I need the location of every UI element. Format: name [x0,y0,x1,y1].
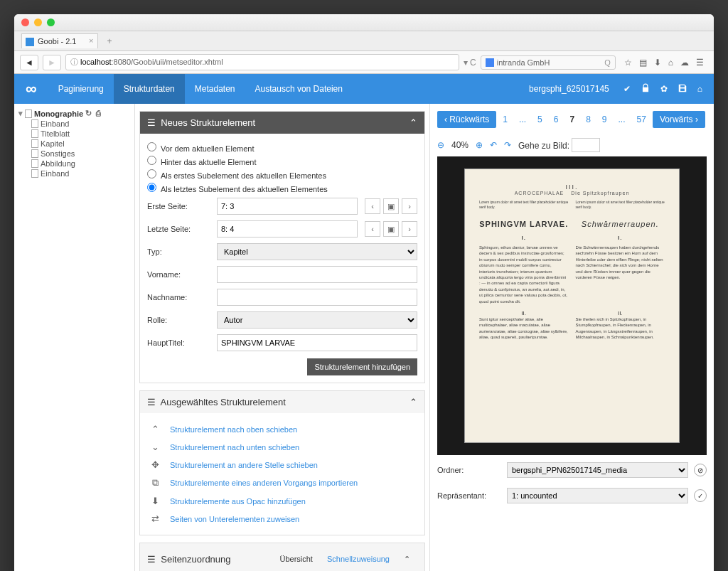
minimize-window-button[interactable] [34,18,42,26]
browser-search[interactable]: intranda GmbH Q [481,55,616,70]
rolle-label: Rolle: [147,316,210,324]
representative-select[interactable]: 1: uncounted [507,488,688,503]
zoom-in-icon[interactable]: ⊕ [476,140,483,150]
page-link[interactable]: 57 [632,111,651,128]
home-button[interactable]: ⌂ [697,84,702,94]
browser-nav-bar: ◄ ► ⓘ localhost:8080/Goobi/uii/metsedito… [14,51,714,74]
structure-tree: ▾ Monographie ↻ ⎙ Einband Titelblatt Kap… [14,104,135,571]
refresh-tree-icon[interactable]: ↻ [85,109,92,118]
settings-icon[interactable]: ✿ [660,84,668,94]
tree-child[interactable]: Einband [18,119,130,129]
download-icon[interactable]: ⬇ [654,58,661,68]
prev-button[interactable]: ‹ Rückwärts [437,111,496,128]
collapse-icon[interactable]: ⌃ [397,549,417,570]
collapse-icon[interactable]: ⌃ [410,397,417,407]
next-page-icon[interactable]: › [402,221,417,237]
print-tree-icon[interactable]: ⎙ [96,109,101,118]
url-bar[interactable]: ⓘ localhost:8080/Goobi/uii/metseditor.xh… [65,54,459,70]
type-select[interactable]: Kapitel [217,243,417,260]
position-radio[interactable]: Hinter das aktuelle Element [147,154,417,168]
representative-apply-button[interactable]: ✓ [694,489,707,502]
position-radio[interactable]: Als erstes Subelement des aktuellen Elem… [147,168,417,181]
browser-tab[interactable]: Goobi - 2.1 × [21,33,98,48]
next-button[interactable]: Vorwärts › [653,111,705,128]
tree-child[interactable]: Einband [18,169,130,178]
app-header: ∞ Paginierung Strukturdaten Metadaten Au… [14,74,714,104]
move-up-icon: ⌃ [149,424,161,434]
opac-link[interactable]: Strukturelemente aus Opac hinzufügen [170,497,306,506]
move-icon: ✥ [149,459,161,470]
collapse-icon[interactable]: ⌃ [410,117,417,128]
page-link[interactable]: 9 [597,111,612,128]
tab-metadaten[interactable]: Metadaten [185,74,245,104]
tab-paginierung[interactable]: Paginierung [48,74,114,104]
page-link[interactable]: 8 [581,111,596,128]
scan-preview[interactable]: III. ACROCEPHALAEDie Spitzkopfraupen Lor… [437,156,707,455]
rolle-select[interactable]: Autor [217,311,417,329]
folder-label: Ordner: [437,466,501,474]
process-name: bergsphi_625017145 [529,84,609,94]
goobi-logo[interactable]: ∞ [14,80,48,98]
folder-select[interactable]: bergsphi_PPN625017145_media [507,462,688,478]
save-icon[interactable] [678,83,687,95]
vorname-input[interactable] [217,266,417,283]
folder-apply-button[interactable]: ⊘ [694,464,707,476]
forward-button[interactable]: ► [43,55,61,70]
validate-icon[interactable]: ✔ [623,84,631,94]
move-down-link[interactable]: Strukturelement nach unten schieben [170,443,299,452]
clipboard-icon[interactable]: ▤ [639,58,647,68]
nachname-label: Nachname: [147,293,210,301]
image-icon[interactable]: ▣ [383,221,399,237]
new-tab-button[interactable]: + [101,36,117,46]
comments-icon[interactable]: ☁ [680,58,689,68]
tab-strukturdaten[interactable]: Strukturdaten [114,74,185,104]
import-link[interactable]: Strukturelemente eines anderen Vorgangs … [170,479,358,487]
tree-child[interactable]: Kapitel [18,139,130,149]
goto-input[interactable] [572,138,600,152]
move-elsewhere-link[interactable]: Strukturelement an andere Stelle schiebe… [170,461,318,469]
tree-child[interactable]: Abbildung [18,159,130,169]
mac-titlebar [14,14,714,31]
nachname-input[interactable] [217,289,417,306]
rotate-left-icon[interactable]: ↶ [490,140,497,150]
tree-child[interactable]: Sonstiges [18,149,130,159]
next-page-icon[interactable]: › [402,198,417,214]
haupttitel-input[interactable] [217,334,417,351]
tree-child[interactable]: Titelblatt [18,129,130,139]
panel-title: Seitenzuordnung [161,554,230,565]
lock-icon[interactable] [641,83,651,95]
tab-overview[interactable]: Übersicht [272,549,319,570]
position-radio[interactable]: Als letztes Subelement des aktuellen Ele… [147,181,417,195]
position-radio[interactable]: Vor dem aktuellen Element [147,141,417,154]
last-page-input[interactable] [217,220,358,238]
home-icon[interactable]: ⌂ [668,58,673,68]
rotate-right-icon[interactable]: ↷ [504,140,511,150]
first-page-label: Erste Seite: [147,202,210,210]
tree-root[interactable]: ▾ Monographie ↻ ⎙ [18,108,130,119]
page-link[interactable]: 5 [532,111,547,128]
preview-pane: ‹ Rückwärts 1 ... 5 6 7 8 9 ... 57 Vorwä… [429,104,714,571]
star-icon[interactable]: ☆ [624,58,632,68]
maximize-window-button[interactable] [47,18,55,26]
import-icon: ⧉ [149,477,161,489]
image-icon[interactable]: ▣ [383,198,399,214]
tab-quick-assign[interactable]: Schnellzuweisung [320,549,397,570]
add-element-button[interactable]: Strukturelement hinzufügen [307,358,417,375]
assign-sub-link[interactable]: Seiten von Unterelementen zuweisen [170,515,299,523]
move-down-icon: ⌄ [149,442,161,452]
representative-label: Repräsentant: [437,491,501,500]
assign-icon: ⇄ [149,513,161,524]
menu-icon[interactable]: ☰ [696,58,704,68]
zoom-out-icon[interactable]: ⊖ [437,140,444,150]
prev-page-icon[interactable]: ‹ [365,198,380,214]
prev-page-icon[interactable]: ‹ [365,221,380,237]
move-up-link[interactable]: Strukturelement nach oben schieben [170,425,297,434]
page-link[interactable]: 6 [549,111,564,128]
new-element-panel: ☰ Neues Strukturelement ⌃ Vor dem aktuel… [139,111,425,383]
first-page-input[interactable] [217,198,358,215]
close-window-button[interactable] [21,18,29,26]
close-tab-icon[interactable]: × [89,36,93,45]
back-button[interactable]: ◄ [20,55,38,70]
tab-austausch[interactable]: Austausch von Dateien [245,74,353,104]
page-link[interactable]: 1 [498,111,513,128]
